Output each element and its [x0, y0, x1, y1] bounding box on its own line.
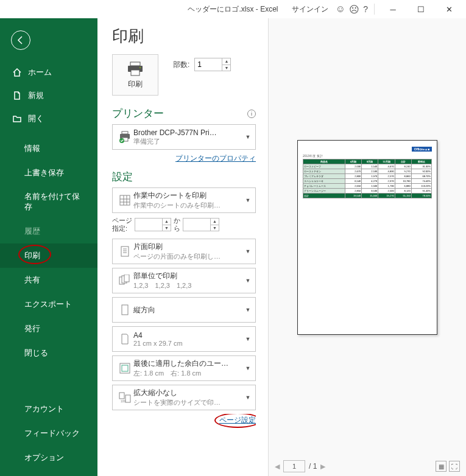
- settings-section-head: 設定: [112, 170, 256, 184]
- portrait-icon: [116, 304, 133, 316]
- svg-rect-21: [120, 363, 130, 373]
- chevron-down-icon: ▼: [244, 365, 252, 371]
- printer-info-icon[interactable]: i: [247, 110, 256, 118]
- copies-label: 部数:: [173, 60, 189, 70]
- svg-rect-23: [119, 393, 124, 399]
- page-setup-link[interactable]: ページ設定: [219, 415, 256, 425]
- sidebar-share[interactable]: 共有: [0, 268, 97, 292]
- sheets-icon: [116, 194, 133, 206]
- printer-name: Brother DCP-J577N Pri…: [133, 128, 244, 137]
- home-icon: [12, 68, 22, 77]
- zoom-to-page-button[interactable]: ⛶: [449, 461, 460, 472]
- chevron-down-icon: ▼: [244, 394, 252, 401]
- printer-icon: [126, 61, 144, 77]
- margins-dropdown[interactable]: 最後に適用した余白のユー… 左: 1.8 cm 右: 1.8 cm ▼: [112, 355, 256, 381]
- sidebar-save[interactable]: 上書き保存: [0, 161, 97, 185]
- sidebar-new[interactable]: 新規: [0, 84, 97, 107]
- sidebar-account[interactable]: アカウント: [0, 397, 97, 421]
- svg-rect-8: [120, 195, 130, 205]
- minimize-button[interactable]: ─: [381, 1, 405, 18]
- print-preview-pane: Office●▲■ 2013年度 集計 商品名4月期8月期12月期合計前年比ロー…: [268, 18, 466, 476]
- scaling-dropdown[interactable]: 100 拡大縮小なし シートを実際のサイズで印… ▼: [112, 385, 256, 410]
- next-page-button[interactable]: ▶: [320, 463, 325, 471]
- page-from-input[interactable]: ▲▼: [135, 218, 171, 231]
- svg-text:100: 100: [121, 399, 126, 403]
- sidebar-options[interactable]: オプション: [0, 446, 97, 470]
- preview-page: Office●▲■ 2013年度 集計 商品名4月期8月期12月期合計前年比ロー…: [297, 140, 437, 335]
- page-range-row: ページ指定: ▲▼ か ら ▲▼: [112, 217, 256, 233]
- single-side-icon: [116, 245, 133, 257]
- print-button-label: 印刷: [128, 79, 143, 89]
- paper-icon: [116, 333, 133, 345]
- svg-rect-19: [124, 275, 129, 282]
- print-panel: 印刷 印刷 部数: 1 ▲▼ プリンター i Brother DCP-: [97, 18, 268, 476]
- sidebar-home-label: ホーム: [28, 67, 52, 78]
- frown-icon[interactable]: ☹: [349, 4, 359, 15]
- current-page-input[interactable]: 1: [283, 460, 305, 472]
- sidebar-home[interactable]: ホーム: [0, 61, 97, 84]
- help-icon[interactable]: ?: [363, 4, 368, 14]
- chevron-down-icon: ▼: [244, 278, 252, 284]
- chevron-down-icon: ▼: [244, 307, 252, 313]
- prev-page-button[interactable]: ◀: [275, 463, 280, 471]
- sidebar-export[interactable]: エクスポート: [0, 292, 97, 317]
- new-icon: [12, 91, 22, 100]
- scaling-icon: 100: [116, 391, 133, 404]
- sidebar-publish[interactable]: 発行: [0, 317, 97, 341]
- smile-icon[interactable]: ☺: [336, 4, 345, 15]
- printer-properties-link[interactable]: プリンターのプロパティ: [112, 153, 256, 164]
- sidebar-saveas[interactable]: 名前を付けて保存: [0, 185, 97, 219]
- paper-dropdown[interactable]: A4 21 cm x 29.7 cm ▼: [112, 326, 256, 352]
- sidebar-open-label: 開く: [28, 113, 44, 124]
- preview-table: 商品名4月期8月期12月期合計前年比ローストビーフ2,0301,5404,670…: [303, 159, 432, 198]
- titlebar: ヘッダーにロゴ.xlsx - Excel サインイン ☺ ☹ ? ─ ☐ ✕: [0, 0, 466, 18]
- collate-dropdown[interactable]: 部単位で印刷 1,2,3 1,2,3 1,2,3 ▼: [112, 268, 256, 293]
- sides-dropdown[interactable]: 片面印刷 ページの片面のみを印刷し… ▼: [112, 239, 256, 264]
- show-margins-button[interactable]: ▦: [436, 461, 447, 472]
- page-navigation: ◀ 1 / 1 ▶: [275, 460, 325, 472]
- pages-to-label: か ら: [174, 217, 180, 233]
- svg-rect-20: [122, 305, 128, 315]
- page-total: / 1: [309, 462, 317, 471]
- printer-status: 準備完了: [133, 137, 244, 146]
- sidebar-feedback[interactable]: フィードバック: [0, 421, 97, 446]
- svg-rect-2: [131, 70, 139, 75]
- svg-rect-13: [121, 247, 129, 256]
- chevron-down-icon: ▼: [244, 197, 252, 203]
- collate-icon: [116, 275, 133, 287]
- copies-input[interactable]: 1 ▲▼: [194, 58, 231, 71]
- sidebar-open[interactable]: 開く: [0, 107, 97, 130]
- page-title: 印刷: [112, 26, 256, 47]
- copies-value: 1: [197, 60, 202, 69]
- svg-rect-5: [122, 131, 128, 134]
- open-icon: [12, 114, 22, 124]
- sidebar-close[interactable]: 閉じる: [0, 341, 97, 365]
- divider: [374, 4, 375, 15]
- print-button[interactable]: 印刷: [112, 54, 158, 96]
- sidebar-print[interactable]: 印刷: [0, 243, 97, 268]
- backstage-sidebar: ホーム 新規 開く 情報 上書き保存 名前を付けて保存 履歴 印刷 共有 エクス…: [0, 18, 97, 476]
- svg-point-3: [139, 67, 141, 68]
- sidebar-new-label: 新規: [28, 90, 44, 101]
- svg-rect-22: [122, 365, 128, 371]
- chevron-down-icon: ▼: [244, 336, 252, 342]
- printer-section-head: プリンター i: [112, 107, 256, 121]
- svg-point-7: [119, 138, 124, 143]
- signin-link[interactable]: サインイン: [292, 4, 328, 15]
- svg-rect-0: [130, 62, 140, 66]
- orientation-dropdown[interactable]: 縦方向 ▼: [112, 297, 256, 323]
- preview-logo: Office●▲■: [412, 147, 432, 152]
- svg-rect-24: [125, 395, 130, 402]
- print-scope-dropdown[interactable]: 作業中のシートを印刷 作業中のシートのみを印刷… ▼: [112, 187, 256, 213]
- sidebar-info[interactable]: 情報: [0, 136, 97, 161]
- chevron-down-icon: ▼: [244, 134, 252, 140]
- page-to-input[interactable]: ▲▼: [183, 218, 219, 231]
- copies-spinner[interactable]: ▲▼: [222, 58, 230, 71]
- margins-icon: [116, 362, 133, 374]
- back-button[interactable]: [11, 30, 30, 50]
- close-button[interactable]: ✕: [437, 1, 461, 18]
- chevron-down-icon: ▼: [244, 248, 252, 254]
- printer-dropdown[interactable]: Brother DCP-J577N Pri… 準備完了 ▼: [112, 124, 256, 150]
- maximize-button[interactable]: ☐: [409, 1, 433, 18]
- preview-subtitle: 2013年度 集計: [303, 154, 432, 158]
